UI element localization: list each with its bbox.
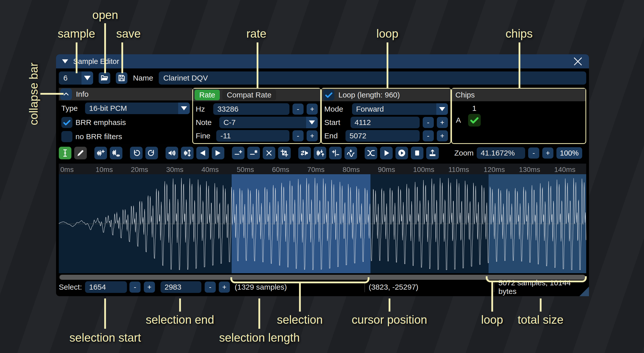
tool-delete-button[interactable]: [263, 147, 275, 159]
loop-start-plus-button[interactable]: +: [437, 117, 448, 128]
annotation-selection-length-line: [258, 298, 260, 329]
tool-filter-button[interactable]: [344, 147, 357, 159]
open-sample-button[interactable]: [99, 72, 110, 84]
ruler-tick-label: 60ms: [272, 166, 289, 174]
close-icon[interactable]: [573, 56, 583, 66]
hz-minus-button[interactable]: -: [292, 104, 304, 115]
tool-normalize-button[interactable]: [181, 147, 194, 159]
loop-end-plus-button[interactable]: +: [437, 130, 448, 141]
selection-end-minus-button[interactable]: -: [205, 282, 216, 293]
tab-compat-rate[interactable]: Compat Rate: [222, 90, 276, 100]
selection-start-plus-button[interactable]: +: [144, 282, 155, 293]
check-icon: [325, 91, 333, 99]
tool-trim-button[interactable]: [278, 147, 291, 159]
loop-start-minus-button[interactable]: -: [423, 117, 434, 128]
tool-preview-button[interactable]: [380, 147, 393, 159]
window-titlebar[interactable]: Sample Editor: [56, 54, 589, 68]
annotation-label-selection-end: selection end: [146, 313, 214, 326]
brr-emphasis-label: BRR emphasis: [75, 118, 126, 127]
zoom-cluster: Zoom 41.1672% - + 100%: [454, 147, 582, 159]
save-sample-button[interactable]: [116, 72, 127, 84]
fine-plus-button[interactable]: +: [307, 130, 318, 141]
loop-mode-combo[interactable]: Forward: [352, 103, 448, 115]
chevron-down-icon[interactable]: [82, 71, 93, 85]
tool-invert-button[interactable]: [314, 147, 326, 159]
sample-selector[interactable]: 6: [59, 71, 93, 85]
loop-start-input[interactable]: 4112: [351, 117, 420, 128]
window-resize-grip[interactable]: [579, 287, 589, 296]
ruler-tick-label: 80ms: [342, 166, 360, 174]
tool-undo-button[interactable]: [130, 147, 143, 159]
waveform-display[interactable]: [59, 174, 586, 273]
sample-name-input[interactable]: Clarinet DQV: [159, 71, 586, 85]
waveform-canvas[interactable]: [59, 174, 586, 273]
tool-resample-button[interactable]: [110, 147, 122, 159]
tool-crossfade-button[interactable]: [365, 147, 377, 159]
tool-reverse-button[interactable]: [298, 147, 311, 159]
ruler-tick-label: 40ms: [201, 166, 219, 174]
selection-end-plus-button[interactable]: +: [219, 282, 230, 293]
no-brr-filters-checkbox[interactable]: [61, 131, 72, 142]
zoom-input[interactable]: 41.1672%: [477, 147, 525, 159]
window-title: Sample Editor: [73, 57, 119, 66]
annotation-label-cursor-position: cursor position: [352, 313, 427, 326]
note-combo[interactable]: C-7: [219, 117, 318, 128]
screenshot-stage: Sample Editor 6 Name Clarinet DQV: [0, 0, 644, 353]
tool-fade-out-button[interactable]: [212, 147, 224, 159]
tool-stop-button[interactable]: [411, 147, 423, 159]
tab-rate[interactable]: Rate: [195, 90, 220, 100]
ruler-tick-label: 70ms: [307, 166, 325, 174]
zoom-reset-button[interactable]: 100%: [556, 147, 582, 159]
hz-input[interactable]: 33286: [213, 103, 289, 115]
window-collapse-caret-icon[interactable]: [62, 59, 68, 63]
stop-icon: [413, 149, 421, 157]
zoom-in-button[interactable]: +: [542, 147, 553, 159]
tool-amplify-button[interactable]: [166, 147, 178, 159]
loop-end-minus-button[interactable]: -: [423, 130, 434, 141]
annotation-label-open: open: [92, 8, 118, 22]
tool-insert-silence-button[interactable]: [232, 147, 245, 159]
delete-icon: [265, 149, 273, 157]
crossfade-icon: [367, 149, 375, 157]
apply-silence-icon: [249, 149, 258, 157]
annotation-open-line: [104, 23, 106, 73]
tool-draw-button[interactable]: [74, 147, 87, 159]
undo-icon: [132, 149, 141, 157]
tool-preview-loop-button[interactable]: [395, 147, 408, 159]
zoom-out-button[interactable]: -: [528, 147, 539, 159]
loop-panel: Loop (length: 960) Mode Forward Start 41…: [321, 88, 451, 144]
tool-resize-button[interactable]: [94, 147, 107, 159]
fine-label: Fine: [196, 132, 213, 140]
tool-redo-button[interactable]: [145, 147, 158, 159]
annotation-sample-line: [76, 42, 77, 73]
zoom-label: Zoom: [454, 149, 474, 157]
fine-minus-button[interactable]: -: [292, 130, 304, 141]
note-label: Note: [196, 118, 216, 127]
sample-type-combo[interactable]: 16-bit PCM: [85, 103, 190, 114]
select-label: Select:: [59, 283, 82, 291]
tool-apply-silence-button[interactable]: [247, 147, 260, 159]
sample-selector-value: 6: [59, 71, 82, 85]
loop-start-label: Start: [324, 118, 347, 127]
tool-sign-convert-button[interactable]: [329, 147, 342, 159]
loop-end-input[interactable]: 5072: [345, 130, 420, 142]
chip-a1-checkbox[interactable]: [468, 114, 481, 127]
loop-enable-checkbox[interactable]: [323, 89, 334, 100]
tool-import-button[interactable]: [426, 147, 439, 159]
save-icon: [118, 74, 126, 82]
selection-start-input[interactable]: 1654: [85, 281, 127, 293]
info-panel-title: Info: [76, 90, 89, 98]
selection-end-input[interactable]: 2983: [160, 281, 201, 293]
fine-input[interactable]: -11: [216, 130, 289, 142]
tool-group: [59, 147, 87, 159]
time-ruler[interactable]: 0ms10ms20ms30ms40ms50ms60ms70ms80ms90ms1…: [59, 164, 586, 174]
loop-end-label: End: [324, 132, 342, 140]
brr-emphasis-checkbox[interactable]: [61, 117, 72, 128]
selection-start-minus-button[interactable]: -: [129, 282, 141, 293]
tool-fade-in-button[interactable]: [196, 147, 209, 159]
rate-panel: Rate Compat Rate Hz 33286 - + Note C-7: [192, 88, 321, 144]
hz-plus-button[interactable]: +: [307, 104, 318, 115]
tool-select-button[interactable]: [59, 147, 71, 159]
ruler-tick-label: 130ms: [519, 166, 540, 174]
annotation-rate-line: [257, 42, 258, 88]
